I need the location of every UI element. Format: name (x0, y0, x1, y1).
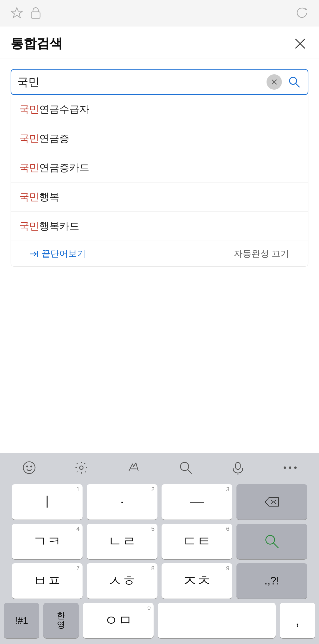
svg-point-10 (23, 462, 35, 474)
svg-point-21 (294, 466, 297, 469)
search-input-wrapper (11, 69, 308, 95)
key-space[interactable] (158, 603, 276, 638)
autocomplete-list: 국민연금수급자 국민연금증 국민연금증카드 국민행복 국민행복카드 끝단어보기 … (11, 95, 308, 267)
clear-button[interactable] (267, 74, 282, 90)
top-bar (0, 0, 319, 27)
emoji-icon[interactable] (16, 458, 42, 477)
footer-end-word-button[interactable]: 끝단어보기 (30, 248, 86, 260)
text-edit-icon[interactable] (121, 458, 147, 477)
main-content (0, 267, 319, 453)
search-input[interactable] (17, 76, 267, 88)
panel-header: 통합검색 (0, 27, 319, 58)
keyboard-rows: 1 ㅣ 2 · 3 — 4 ㄱㅋ (0, 481, 319, 644)
top-bar-left (11, 6, 41, 20)
settings-icon[interactable] (68, 458, 94, 477)
keyboard-row-1: 1 ㅣ 2 · 3 — (4, 484, 315, 520)
search-button[interactable] (287, 74, 302, 90)
key-jc[interactable]: 9 ㅈㅊ (162, 563, 232, 599)
autocomplete-item-2[interactable]: 국민연금증 (11, 124, 308, 153)
key-punctuation[interactable]: .,?! (236, 563, 307, 599)
panel-title: 통합검색 (11, 35, 63, 52)
autocomplete-item-1[interactable]: 국민연금수급자 (11, 95, 308, 124)
footer-end-word-label: 끝단어보기 (42, 248, 86, 260)
autocomplete-item-4[interactable]: 국민행복 (11, 183, 308, 212)
mic-icon[interactable] (225, 458, 251, 477)
keyboard-row-2: 4 ㄱㅋ 5 ㄴㄹ 6 ㄷㅌ (4, 524, 315, 559)
key-nr[interactable]: 5 ㄴㄹ (87, 524, 157, 559)
search-key[interactable] (236, 524, 307, 559)
autocomplete-item-5[interactable]: 국민행복카드 (11, 212, 308, 241)
keyboard-area: 1 ㅣ 2 · 3 — 4 ㄱㅋ (0, 453, 319, 644)
more-icon[interactable] (277, 458, 303, 477)
keyboard-row-4: !#1 한영 0 ㅇㅁ , (4, 603, 315, 638)
key-bp[interactable]: 7 ㅂㅍ (12, 563, 83, 599)
svg-line-7 (296, 83, 300, 87)
svg-point-15 (180, 462, 189, 471)
autocomplete-footer: 끝단어보기 자동완성 끄기 (22, 241, 297, 266)
search-toolbar-icon[interactable] (173, 458, 199, 477)
key-sh[interactable]: 8 ㅅㅎ (87, 563, 157, 599)
star-icon[interactable] (11, 6, 23, 20)
autocomplete-item-3[interactable]: 국민연금증카드 (11, 153, 308, 183)
keyboard-toolbar (0, 453, 319, 481)
key-om[interactable]: 0 ㅇㅁ (83, 603, 154, 638)
svg-point-24 (266, 535, 275, 544)
svg-rect-1 (31, 12, 40, 18)
svg-point-11 (27, 466, 28, 467)
svg-point-20 (289, 466, 291, 469)
footer-autocomplete-off-button[interactable]: 자동완성 끄기 (234, 248, 289, 260)
svg-line-16 (188, 469, 192, 474)
key-gk[interactable]: 4 ㄱㅋ (12, 524, 83, 559)
key-special-chars[interactable]: !#1 (4, 603, 39, 638)
svg-rect-17 (236, 462, 240, 469)
search-area (0, 58, 319, 95)
delete-key[interactable] (236, 484, 307, 520)
key-dt[interactable]: 6 ㄷㅌ (162, 524, 232, 559)
key-han-eng[interactable]: 한영 (43, 603, 79, 638)
svg-point-13 (80, 466, 83, 469)
lock-icon (30, 6, 41, 20)
svg-line-25 (274, 543, 279, 548)
key-comma[interactable]: , (280, 603, 315, 638)
key-dot[interactable]: 2 · (87, 484, 157, 520)
svg-marker-0 (11, 8, 22, 18)
key-dash[interactable]: 3 — (162, 484, 232, 520)
keyboard-row-3: 7 ㅂㅍ 8 ㅅㅎ 9 ㅈㅊ .,?! (4, 563, 315, 599)
svg-point-6 (290, 77, 297, 84)
close-button[interactable] (292, 35, 308, 52)
svg-point-12 (31, 466, 32, 467)
svg-point-19 (284, 466, 286, 469)
key-i[interactable]: 1 ㅣ (12, 484, 83, 520)
reload-icon[interactable] (295, 6, 308, 20)
